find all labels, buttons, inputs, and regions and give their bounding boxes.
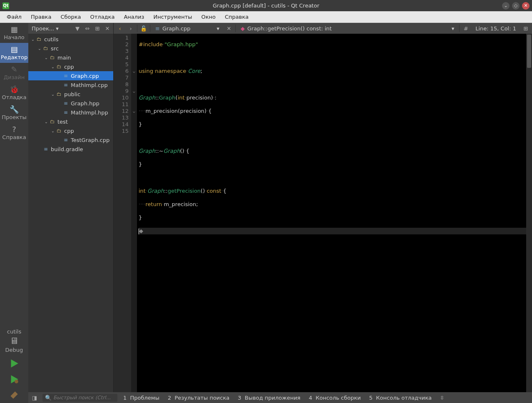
window-controls: ⌄ ◇ ✕ xyxy=(502,2,532,10)
titlebar: Qt Graph.cpp [default] - cutils - Qt Cre… xyxy=(0,0,532,11)
scrollbar-thumb[interactable] xyxy=(527,35,531,68)
menu-window[interactable]: Окно xyxy=(197,12,220,22)
close-doc-button[interactable]: ✕ xyxy=(224,24,234,33)
debug-run-button[interactable] xyxy=(0,371,28,387)
folder-icon: 🗀 xyxy=(56,64,62,70)
quick-search[interactable]: 🔍 xyxy=(42,394,117,402)
menu-help[interactable]: Справка xyxy=(221,12,253,22)
pane-problems[interactable]: 1 Проблемы xyxy=(121,394,162,402)
close-button[interactable]: ✕ xyxy=(522,2,530,10)
pane-debug-console[interactable]: 5 Консоль отладчика xyxy=(367,394,434,402)
split-editor-icon[interactable]: ⊞ xyxy=(521,24,530,33)
build-button[interactable] xyxy=(0,387,28,403)
chevron-down-icon: ▾ xyxy=(216,25,219,32)
pane-build-console[interactable]: 4 Консоль сборки xyxy=(306,394,363,402)
mode-editor[interactable]: ▤ Редактор xyxy=(0,43,28,63)
symbol-name: Graph::getPrecision() const: int xyxy=(247,25,332,32)
sidebar-view-selector[interactable]: Проек... ▾ xyxy=(30,25,72,32)
editor-icon: ▤ xyxy=(10,46,17,53)
tree-root[interactable]: ⌄🗀cutils xyxy=(28,35,113,44)
folder-icon: 🗀 xyxy=(36,36,42,42)
diamond-icon: ◆ xyxy=(241,25,245,32)
sidebar: Проек... ▾ ▼ ⇔ ⊞ ✕ ⌄🗀cutils ⌄🗀src ⌄🗀main… xyxy=(28,23,114,392)
tree-testgraph-cpp[interactable]: ≡TestGraph.cpp xyxy=(28,135,113,144)
document-selector[interactable]: ≡ Graph.cpp ▾ xyxy=(152,25,223,32)
mode-design[interactable]: ✎ Дизайн xyxy=(0,63,28,83)
split-icon[interactable]: ⊞ xyxy=(93,24,102,32)
tree-graph-cpp[interactable]: ≡Graph.cpp xyxy=(28,71,113,80)
line-col-indicator[interactable]: Line: 15, Col: 1 xyxy=(472,25,520,32)
tree-cpp-main[interactable]: ⌄🗀cpp xyxy=(28,62,113,71)
kit-project: cutils xyxy=(7,328,21,335)
mode-debug-label: Отладка xyxy=(2,94,27,100)
hpp-file-icon: ≡ xyxy=(62,109,69,115)
mode-projects[interactable]: 🔧 Проекты xyxy=(0,103,28,123)
close-pane-icon[interactable]: ✕ xyxy=(103,24,112,32)
qt-logo-icon: Qt xyxy=(2,2,9,9)
tree-graph-hpp[interactable]: ≡Graph.hpp xyxy=(28,99,113,108)
pane-toggle-icon[interactable]: ⇳ xyxy=(438,393,447,402)
tree-main[interactable]: ⌄🗀main xyxy=(28,53,113,62)
chevron-down-icon: ▾ xyxy=(452,25,455,32)
menubar: Файл Правка Сборка Отладка Анализ Инстру… xyxy=(0,11,532,23)
nav-forward-button[interactable]: › xyxy=(126,24,135,33)
fold-gutter[interactable]: ⌄⌄⌄ xyxy=(131,34,137,392)
link-icon[interactable]: ⇔ xyxy=(83,24,92,32)
line-number-gutter: 123456789101112131415 xyxy=(114,34,131,392)
menu-build[interactable]: Сборка xyxy=(56,12,85,22)
menu-tools[interactable]: Инструменты xyxy=(149,12,196,22)
menu-debug[interactable]: Отладка xyxy=(86,12,119,22)
document-name: Graph.cpp xyxy=(162,25,191,32)
file-icon: ≡ xyxy=(42,146,49,152)
tree-build-gradle[interactable]: ≡build.gradle xyxy=(28,144,113,154)
vertical-scrollbar[interactable] xyxy=(526,34,532,392)
project-tree: ⌄🗀cutils ⌄🗀src ⌄🗀main ⌄🗀cpp ≡Graph.cpp ≡… xyxy=(28,34,113,392)
editor-area: ‹ › 🔓 ≡ Graph.cpp ▾ ✕ ◆ Graph::getPrecis… xyxy=(114,23,532,392)
grid-icon: ▦ xyxy=(10,26,17,33)
code-content[interactable]: #include·"Graph.hpp" using·namespace·Cor… xyxy=(137,34,526,392)
pane-app-output[interactable]: 3 Вывод приложения xyxy=(235,394,303,402)
folder-icon: 🗀 xyxy=(56,91,62,97)
menu-file[interactable]: Файл xyxy=(2,12,26,22)
help-icon: ? xyxy=(12,126,16,133)
cpp-file-icon: ≡ xyxy=(62,82,69,88)
kit-config: Debug xyxy=(5,347,23,353)
mode-start[interactable]: ▦ Начало xyxy=(0,23,28,43)
tree-mathimpl-cpp[interactable]: ≡MathImpl.cpp xyxy=(28,80,113,90)
mode-help-label: Справка xyxy=(2,134,26,140)
menu-edit[interactable]: Правка xyxy=(27,12,55,22)
design-icon: ✎ xyxy=(11,66,17,73)
lock-icon[interactable]: 🔓 xyxy=(139,24,148,33)
mode-debug[interactable]: 🐞 Отладка xyxy=(0,83,28,103)
tree-cpp-test[interactable]: ⌄🗀cpp xyxy=(28,126,113,135)
monitor-icon: 🖥 xyxy=(10,336,19,346)
menu-analyze[interactable]: Анализ xyxy=(119,12,148,22)
tree-public[interactable]: ⌄🗀public xyxy=(28,90,113,99)
minimize-button[interactable]: ⌄ xyxy=(502,2,510,10)
editor-toolbar: ‹ › 🔓 ≡ Graph.cpp ▾ ✕ ◆ Graph::getPrecis… xyxy=(114,23,532,34)
folder-icon: 🗀 xyxy=(56,128,62,134)
nav-back-button[interactable]: ‹ xyxy=(115,24,124,33)
quick-search-input[interactable] xyxy=(53,395,115,401)
code-editor[interactable]: 123456789101112131415 ⌄⌄⌄ #include·"Grap… xyxy=(114,34,532,392)
cpp-file-icon: ≡ xyxy=(62,137,69,143)
search-icon: 🔍 xyxy=(45,395,52,401)
tree-test[interactable]: ⌄🗀test xyxy=(28,117,113,126)
cpp-file-icon: ≡ xyxy=(62,73,69,79)
tree-mathimpl-hpp[interactable]: ≡MathImpl.hpp xyxy=(28,108,113,117)
mode-help[interactable]: ? Справка xyxy=(0,123,28,143)
kit-selector[interactable]: cutils 🖥 Debug xyxy=(0,326,28,356)
run-button[interactable] xyxy=(0,356,28,371)
maximize-button[interactable]: ◇ xyxy=(512,2,520,10)
sidebar-view-label: Проек... xyxy=(32,25,54,32)
filter-icon[interactable]: ▼ xyxy=(73,24,82,32)
svg-point-2 xyxy=(15,380,18,383)
folder-icon: 🗀 xyxy=(49,55,56,60)
tree-src[interactable]: ⌄🗀src xyxy=(28,44,113,53)
symbol-selector[interactable]: ◆ Graph::getPrecision() const: int ▾ xyxy=(237,25,457,32)
folder-icon: 🗀 xyxy=(49,119,56,124)
window-title: Graph.cpp [default] - cutils - Qt Creato… xyxy=(213,2,319,9)
hash-icon[interactable]: # xyxy=(461,24,470,33)
toggle-sidebar-button[interactable]: ◨ xyxy=(30,393,39,402)
pane-search-results[interactable]: 2 Результаты поиска xyxy=(165,394,232,402)
